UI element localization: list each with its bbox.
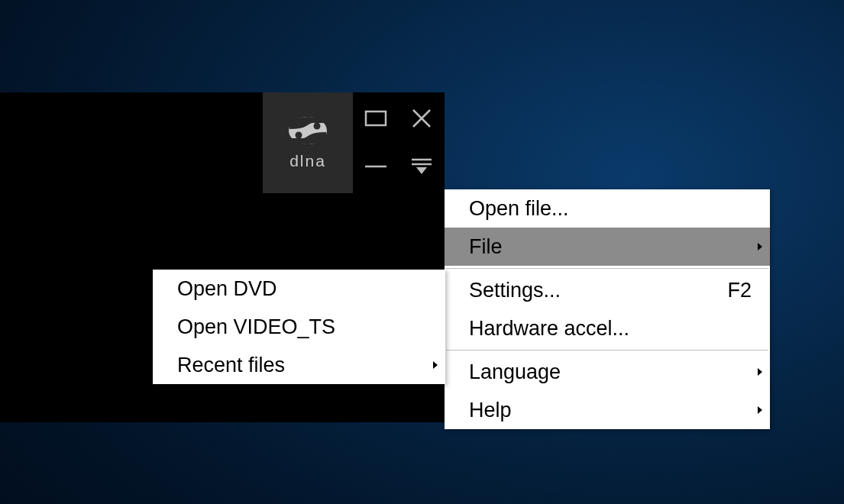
minimize-icon bbox=[365, 165, 386, 168]
menu-item-language[interactable]: Language bbox=[445, 353, 770, 391]
main-dropdown-menu: Open file... File Settings... F2 Hardwar… bbox=[445, 189, 770, 429]
dlna-icon bbox=[286, 115, 329, 146]
file-submenu: Open DVD Open VIDEO_TS Recent files bbox=[153, 270, 445, 384]
menu-icon bbox=[410, 157, 433, 176]
menu-separator bbox=[446, 350, 768, 351]
svg-point-2 bbox=[296, 132, 302, 139]
menu-item-label: Help bbox=[469, 399, 752, 422]
menu-item-label: Settings... bbox=[469, 279, 697, 302]
menu-item-open-dvd[interactable]: Open DVD bbox=[153, 270, 445, 308]
svg-marker-9 bbox=[416, 167, 427, 174]
svg-point-1 bbox=[314, 123, 321, 130]
svg-rect-3 bbox=[366, 111, 386, 125]
submenu-arrow-icon bbox=[758, 243, 762, 250]
dlna-label: dlna bbox=[289, 152, 326, 170]
submenu-arrow-icon bbox=[758, 406, 762, 414]
menu-item-open-video-ts[interactable]: Open VIDEO_TS bbox=[153, 308, 445, 346]
menu-item-label: Hardware accel... bbox=[469, 317, 752, 341]
close-button[interactable] bbox=[399, 92, 445, 144]
menu-item-help[interactable]: Help bbox=[445, 391, 770, 429]
dlna-button[interactable]: dlna bbox=[263, 92, 353, 193]
menu-item-settings[interactable]: Settings... F2 bbox=[445, 271, 770, 309]
menu-item-hardware-accel[interactable]: Hardware accel... bbox=[445, 309, 770, 347]
close-icon bbox=[411, 108, 432, 129]
menu-item-recent-files[interactable]: Recent files bbox=[153, 346, 445, 384]
menu-separator bbox=[446, 268, 768, 269]
menu-item-label: Language bbox=[469, 360, 752, 384]
rectangle-icon bbox=[364, 110, 387, 127]
menu-button[interactable] bbox=[399, 144, 445, 189]
menu-item-label: Recent files bbox=[177, 354, 427, 377]
window-controls bbox=[353, 92, 445, 193]
menu-item-shortcut: F2 bbox=[727, 279, 752, 302]
maximize-button[interactable] bbox=[353, 92, 399, 144]
menu-item-label: File bbox=[469, 235, 752, 259]
submenu-arrow-icon bbox=[433, 361, 438, 369]
titlebar: dlna bbox=[263, 92, 445, 193]
menu-item-label: Open file... bbox=[469, 197, 752, 221]
menu-item-file[interactable]: File bbox=[445, 228, 770, 266]
minimize-button[interactable] bbox=[353, 144, 399, 189]
menu-item-label: Open VIDEO_TS bbox=[177, 315, 427, 339]
menu-item-open-file[interactable]: Open file... bbox=[445, 189, 770, 228]
menu-item-label: Open DVD bbox=[177, 277, 427, 301]
submenu-arrow-icon bbox=[758, 368, 762, 376]
